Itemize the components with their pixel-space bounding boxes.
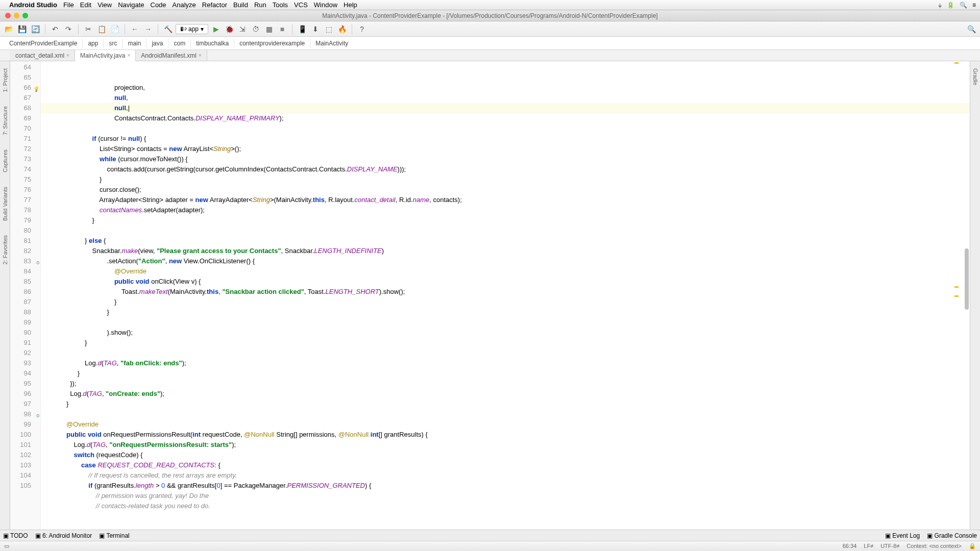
- close-tab-icon[interactable]: ×: [127, 53, 130, 58]
- line-number[interactable]: 94: [10, 368, 31, 379]
- coverage-icon[interactable]: ▦: [263, 23, 275, 35]
- code-line[interactable]: List<String> contacts = new ArrayList<St…: [41, 144, 970, 154]
- line-number[interactable]: 83o: [10, 256, 31, 266]
- error-stripe[interactable]: [953, 61, 959, 530]
- editor-tab[interactable]: MainActivity.java×: [75, 50, 136, 61]
- menu-analyze[interactable]: Analyze: [173, 1, 196, 9]
- app-name[interactable]: Android Studio: [9, 1, 57, 9]
- code-line[interactable]: }: [41, 399, 970, 409]
- toolwindow-tab[interactable]: Build Variants: [1, 185, 9, 223]
- line-number[interactable]: 85: [10, 277, 31, 287]
- line-number[interactable]: 87: [10, 297, 31, 307]
- line-number[interactable]: 95: [10, 379, 31, 389]
- copy-icon[interactable]: 📋: [96, 23, 107, 35]
- menu-help[interactable]: Help: [344, 1, 357, 9]
- line-number[interactable]: 99: [10, 419, 31, 430]
- line-number[interactable]: 70: [10, 123, 31, 134]
- menu-edit[interactable]: Edit: [80, 1, 91, 9]
- notifications-icon[interactable]: ≡: [972, 2, 976, 9]
- avd-icon[interactable]: 📱: [297, 23, 308, 35]
- line-number[interactable]: 100: [10, 430, 31, 440]
- breadcrumb-item[interactable]: app: [83, 39, 104, 48]
- line-number[interactable]: 82: [10, 246, 31, 256]
- intention-bulb-icon[interactable]: 💡: [33, 84, 39, 94]
- code-line[interactable]: projection,: [41, 83, 970, 93]
- toolwindow-tab[interactable]: 7: Structure: [1, 104, 9, 137]
- stop-icon[interactable]: ■: [277, 23, 288, 35]
- line-number[interactable]: 104: [10, 470, 31, 481]
- bottom-tab[interactable]: ▣ TODO: [3, 532, 28, 539]
- line-number[interactable]: 89: [10, 317, 31, 328]
- status-icon[interactable]: ▭: [4, 543, 9, 549]
- open-icon[interactable]: 📂: [3, 23, 14, 35]
- line-number[interactable]: 103: [10, 460, 31, 470]
- help-icon[interactable]: ?: [356, 23, 368, 35]
- menu-build[interactable]: Build: [233, 1, 248, 9]
- breadcrumb-item[interactable]: MainActivity: [310, 39, 353, 48]
- code-line[interactable]: });: [41, 379, 970, 389]
- code-line[interactable]: Toast.makeText(MainActivity.this, "Snack…: [41, 287, 970, 297]
- code-line[interactable]: .setAction("Action", new View.OnClickLis…: [41, 256, 970, 266]
- zoom-icon[interactable]: [22, 13, 28, 18]
- undo-icon[interactable]: ↶: [50, 23, 61, 35]
- code-line[interactable]: // contacts-related task you need to do.: [41, 501, 970, 511]
- lock-icon[interactable]: 🔒: [969, 543, 976, 549]
- breadcrumb-item[interactable]: java: [146, 39, 168, 48]
- code-line[interactable]: } else {: [41, 236, 970, 246]
- code-line[interactable]: null,: [41, 93, 970, 103]
- line-number[interactable]: 80: [10, 226, 31, 236]
- menu-run[interactable]: Run: [254, 1, 266, 9]
- menu-window[interactable]: Window: [314, 1, 337, 9]
- line-number[interactable]: 76: [10, 185, 31, 195]
- line-number[interactable]: 78: [10, 205, 31, 215]
- breadcrumb-item[interactable]: timbuchalka: [191, 39, 234, 48]
- line-number[interactable]: 90: [10, 328, 31, 338]
- line-number[interactable]: 88: [10, 307, 31, 317]
- code-line[interactable]: }: [41, 307, 970, 317]
- code-line[interactable]: Log.d(TAG, "onCreate: ends");: [41, 389, 970, 399]
- layout-icon[interactable]: ⬚: [323, 23, 334, 35]
- search-icon[interactable]: 🔍: [960, 2, 967, 9]
- code-line[interactable]: cursor.close();: [41, 185, 970, 195]
- run-config-selector[interactable]: �ు app ▾: [176, 24, 208, 34]
- code-line[interactable]: null,: [41, 103, 970, 113]
- code-line[interactable]: ArrayAdapter<String> adapter = new Array…: [41, 195, 970, 205]
- code-line[interactable]: Log.d(TAG, "fab onClick: ends");: [41, 358, 970, 368]
- line-number[interactable]: 92: [10, 348, 31, 358]
- line-number[interactable]: 75: [10, 174, 31, 185]
- menu-vcs[interactable]: VCS: [294, 1, 308, 9]
- code-line[interactable]: [41, 409, 970, 419]
- code-line[interactable]: }: [41, 215, 970, 226]
- redo-icon[interactable]: ↷: [63, 23, 74, 35]
- find-icon[interactable]: 🔍: [966, 23, 977, 35]
- vertical-scrollbar[interactable]: [965, 248, 969, 310]
- code-line[interactable]: public void onClick(View v) {: [41, 277, 970, 287]
- line-number[interactable]: 68: [10, 103, 31, 113]
- line-number[interactable]: 84: [10, 266, 31, 277]
- line-number[interactable]: 65: [10, 72, 31, 83]
- code-line[interactable]: }: [41, 174, 970, 185]
- line-number[interactable]: 69: [10, 113, 31, 123]
- code-line[interactable]: Snackbar.make(view, "Please grant access…: [41, 246, 970, 256]
- code-line[interactable]: }: [41, 368, 970, 379]
- line-number[interactable]: 96: [10, 389, 31, 399]
- forward-icon[interactable]: →: [142, 23, 154, 35]
- breadcrumb-item[interactable]: ContentProviderExample: [4, 39, 83, 48]
- context-label[interactable]: Context: <no context>: [906, 543, 962, 549]
- code-line[interactable]: }: [41, 338, 970, 348]
- line-number[interactable]: 71: [10, 134, 31, 144]
- code-line[interactable]: @Override: [41, 419, 970, 430]
- line-number[interactable]: 74: [10, 164, 31, 174]
- code-line[interactable]: // permission was granted, yay! Do the: [41, 491, 970, 501]
- cursor-position[interactable]: 66:34: [843, 543, 857, 549]
- close-icon[interactable]: [5, 13, 11, 18]
- code-line[interactable]: public void onRequestPermissionsResult(i…: [41, 430, 970, 440]
- warning-marker[interactable]: [954, 62, 959, 64]
- warning-marker[interactable]: [954, 295, 959, 297]
- back-icon[interactable]: ←: [129, 23, 140, 35]
- toolwindow-tab[interactable]: 1: Project: [1, 66, 9, 94]
- line-separator[interactable]: LF≠: [864, 543, 873, 549]
- code-line[interactable]: if (grantResults.length > 0 && grantResu…: [41, 481, 970, 491]
- code-line[interactable]: case REQUEST_CODE_READ_CONTACTS: {: [41, 460, 970, 470]
- line-number[interactable]: 64: [10, 62, 31, 72]
